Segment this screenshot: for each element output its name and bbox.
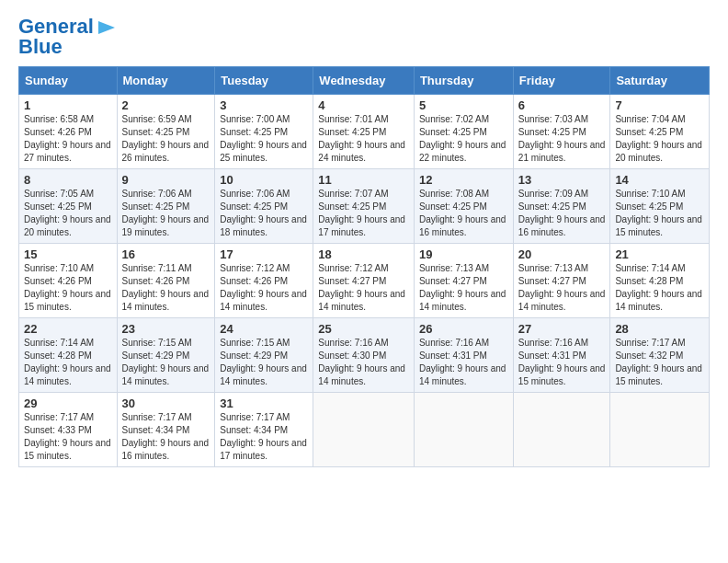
cell-info: Sunrise: 7:08 AMSunset: 4:25 PMDaylight:… (419, 189, 506, 237)
day-number: 14 (615, 173, 704, 187)
cell-info: Sunrise: 7:17 AMSunset: 4:32 PMDaylight:… (615, 338, 702, 386)
calendar-cell: 13 Sunrise: 7:09 AMSunset: 4:25 PMDaylig… (513, 169, 610, 244)
day-number: 24 (220, 322, 308, 336)
day-of-week-header: Wednesday (313, 67, 415, 95)
cell-info: Sunrise: 7:17 AMSunset: 4:34 PMDaylight:… (220, 412, 307, 461)
calendar-cell: 11 Sunrise: 7:07 AMSunset: 4:25 PMDaylig… (313, 169, 415, 244)
calendar-week-row: 15 Sunrise: 7:10 AMSunset: 4:26 PMDaylig… (19, 244, 710, 318)
header: General Blue (18, 15, 710, 59)
cell-info: Sunrise: 7:13 AMSunset: 4:27 PMDaylight:… (518, 263, 606, 312)
day-number: 29 (24, 396, 112, 410)
day-number: 26 (419, 322, 508, 336)
calendar-cell: 6 Sunrise: 7:03 AMSunset: 4:25 PMDayligh… (513, 95, 610, 169)
cell-info: Sunrise: 7:15 AMSunset: 4:29 PMDaylight:… (122, 338, 210, 386)
calendar-cell (313, 393, 415, 467)
cell-info: Sunrise: 7:17 AMSunset: 4:33 PMDaylight:… (24, 412, 111, 461)
calendar-cell: 10 Sunrise: 7:06 AMSunset: 4:25 PMDaylig… (215, 169, 313, 244)
logo-subtext: Blue (18, 35, 63, 59)
day-of-week-header: Sunday (19, 67, 118, 95)
calendar-cell: 29 Sunrise: 7:17 AMSunset: 4:33 PMDaylig… (19, 393, 118, 467)
calendar-cell: 27 Sunrise: 7:16 AMSunset: 4:31 PMDaylig… (513, 318, 610, 393)
calendar-cell: 19 Sunrise: 7:13 AMSunset: 4:27 PMDaylig… (414, 244, 513, 318)
day-of-week-header: Thursday (414, 67, 513, 95)
cell-info: Sunrise: 7:14 AMSunset: 4:28 PMDaylight:… (615, 263, 702, 312)
calendar-cell: 24 Sunrise: 7:15 AMSunset: 4:29 PMDaylig… (215, 318, 313, 393)
calendar-table: SundayMondayTuesdayWednesdayThursdayFrid… (18, 66, 710, 467)
calendar-cell (513, 393, 610, 467)
day-number: 10 (220, 173, 308, 187)
cell-info: Sunrise: 7:10 AMSunset: 4:26 PMDaylight:… (24, 263, 111, 312)
calendar-cell (610, 393, 710, 467)
calendar-cell: 14 Sunrise: 7:10 AMSunset: 4:25 PMDaylig… (610, 169, 710, 244)
day-number: 16 (122, 247, 210, 261)
cell-info: Sunrise: 7:15 AMSunset: 4:29 PMDaylight:… (220, 338, 307, 386)
calendar-week-row: 22 Sunrise: 7:14 AMSunset: 4:28 PMDaylig… (19, 318, 710, 393)
day-number: 19 (419, 247, 508, 261)
day-of-week-header: Saturday (610, 67, 710, 95)
calendar-cell: 22 Sunrise: 7:14 AMSunset: 4:28 PMDaylig… (19, 318, 118, 393)
day-of-week-header: Tuesday (215, 67, 313, 95)
day-number: 30 (122, 396, 210, 410)
cell-info: Sunrise: 7:09 AMSunset: 4:25 PMDaylight:… (518, 189, 606, 237)
cell-info: Sunrise: 7:04 AMSunset: 4:25 PMDaylight:… (615, 114, 702, 163)
day-number: 11 (318, 173, 409, 187)
day-number: 21 (615, 247, 704, 261)
calendar-cell: 28 Sunrise: 7:17 AMSunset: 4:32 PMDaylig… (610, 318, 710, 393)
day-number: 9 (122, 173, 210, 187)
svg-marker-0 (98, 21, 115, 34)
day-number: 18 (318, 247, 409, 261)
cell-info: Sunrise: 7:00 AMSunset: 4:25 PMDaylight:… (220, 114, 307, 163)
day-number: 27 (518, 322, 606, 336)
calendar-header-row: SundayMondayTuesdayWednesdayThursdayFrid… (19, 67, 710, 95)
day-number: 5 (419, 98, 508, 112)
calendar-week-row: 1 Sunrise: 6:58 AMSunset: 4:26 PMDayligh… (19, 95, 710, 169)
day-number: 17 (220, 247, 308, 261)
day-of-week-header: Monday (117, 67, 215, 95)
cell-info: Sunrise: 7:12 AMSunset: 4:27 PMDaylight:… (318, 263, 405, 312)
calendar-cell: 3 Sunrise: 7:00 AMSunset: 4:25 PMDayligh… (215, 95, 313, 169)
calendar-cell: 18 Sunrise: 7:12 AMSunset: 4:27 PMDaylig… (313, 244, 415, 318)
day-number: 20 (518, 247, 606, 261)
calendar-cell: 23 Sunrise: 7:15 AMSunset: 4:29 PMDaylig… (117, 318, 215, 393)
calendar-cell: 12 Sunrise: 7:08 AMSunset: 4:25 PMDaylig… (414, 169, 513, 244)
day-number: 15 (24, 247, 112, 261)
cell-info: Sunrise: 7:13 AMSunset: 4:27 PMDaylight:… (419, 263, 506, 312)
cell-info: Sunrise: 7:11 AMSunset: 4:26 PMDaylight:… (122, 263, 210, 312)
calendar-cell: 26 Sunrise: 7:16 AMSunset: 4:31 PMDaylig… (414, 318, 513, 393)
day-number: 12 (419, 173, 508, 187)
cell-info: Sunrise: 7:02 AMSunset: 4:25 PMDaylight:… (419, 114, 506, 163)
day-number: 3 (220, 98, 308, 112)
calendar-cell: 1 Sunrise: 6:58 AMSunset: 4:26 PMDayligh… (19, 95, 118, 169)
day-of-week-header: Friday (513, 67, 610, 95)
calendar-cell: 5 Sunrise: 7:02 AMSunset: 4:25 PMDayligh… (414, 95, 513, 169)
calendar-cell: 15 Sunrise: 7:10 AMSunset: 4:26 PMDaylig… (19, 244, 118, 318)
logo: General Blue (18, 15, 119, 59)
cell-info: Sunrise: 6:59 AMSunset: 4:25 PMDaylight:… (122, 114, 210, 163)
day-number: 4 (318, 98, 409, 112)
day-number: 13 (518, 173, 606, 187)
calendar-week-row: 29 Sunrise: 7:17 AMSunset: 4:33 PMDaylig… (19, 393, 710, 467)
cell-info: Sunrise: 7:03 AMSunset: 4:25 PMDaylight:… (518, 114, 606, 163)
calendar-cell: 8 Sunrise: 7:05 AMSunset: 4:25 PMDayligh… (19, 169, 118, 244)
cell-info: Sunrise: 7:14 AMSunset: 4:28 PMDaylight:… (24, 338, 111, 386)
calendar-week-row: 8 Sunrise: 7:05 AMSunset: 4:25 PMDayligh… (19, 169, 710, 244)
day-number: 7 (615, 98, 704, 112)
calendar-cell: 30 Sunrise: 7:17 AMSunset: 4:34 PMDaylig… (117, 393, 215, 467)
cell-info: Sunrise: 7:16 AMSunset: 4:31 PMDaylight:… (518, 338, 606, 386)
day-number: 28 (615, 322, 704, 336)
calendar-cell: 25 Sunrise: 7:16 AMSunset: 4:30 PMDaylig… (313, 318, 415, 393)
cell-info: Sunrise: 6:58 AMSunset: 4:26 PMDaylight:… (24, 114, 111, 163)
day-number: 2 (122, 98, 210, 112)
cell-info: Sunrise: 7:05 AMSunset: 4:25 PMDaylight:… (24, 189, 111, 237)
calendar-cell: 16 Sunrise: 7:11 AMSunset: 4:26 PMDaylig… (117, 244, 215, 318)
day-number: 1 (24, 98, 112, 112)
cell-info: Sunrise: 7:06 AMSunset: 4:25 PMDaylight:… (220, 189, 307, 237)
cell-info: Sunrise: 7:10 AMSunset: 4:25 PMDaylight:… (615, 189, 702, 237)
day-number: 8 (24, 173, 112, 187)
cell-info: Sunrise: 7:16 AMSunset: 4:30 PMDaylight:… (318, 338, 405, 386)
cell-info: Sunrise: 7:17 AMSunset: 4:34 PMDaylight:… (122, 412, 210, 461)
day-number: 25 (318, 322, 409, 336)
cell-info: Sunrise: 7:01 AMSunset: 4:25 PMDaylight:… (318, 114, 405, 163)
cell-info: Sunrise: 7:06 AMSunset: 4:25 PMDaylight:… (122, 189, 210, 237)
cell-info: Sunrise: 7:16 AMSunset: 4:31 PMDaylight:… (419, 338, 506, 386)
